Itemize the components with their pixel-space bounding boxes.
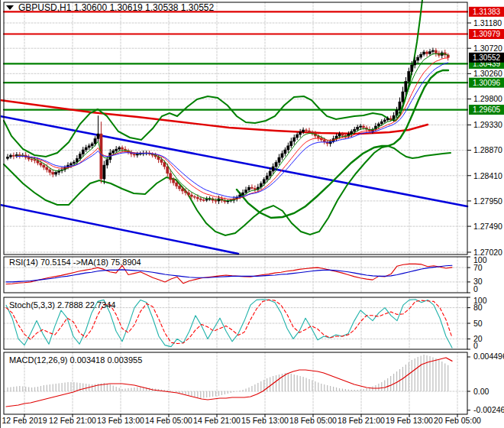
time-tick: 12 Feb 2019 [2, 416, 47, 425]
price-tick: 1.28870 [473, 145, 502, 154]
sub-panels [6, 264, 452, 407]
support-resistance-lines[interactable] [4, 11, 467, 109]
time-tick: 18 Feb 21:00 [338, 416, 385, 425]
time-tick: 18 Feb 05:00 [289, 416, 337, 425]
chart-canvas[interactable]: 1.311801.307201.302601.298001.293301.288… [0, 0, 504, 428]
scale-tick: 0.00 [473, 387, 489, 396]
rsi-line [6, 264, 452, 284]
trendline-channel-lower[interactable] [0, 205, 238, 254]
scale-tick: 0.004496 [473, 352, 504, 361]
time-tick: 15 Feb 13:00 [241, 416, 289, 425]
time-tick: 13 Feb 13:00 [97, 416, 144, 425]
price-badge-label: 1.30979 [473, 30, 501, 38]
price-tick: 1.29330 [473, 120, 502, 129]
trendline-channel-upper[interactable] [0, 116, 467, 206]
chart-title-ohlc: GBPUSD,H1 1.30600 1.30619 1.30538 1.3055… [18, 2, 215, 13]
price-badge-label: 1.29605 [473, 105, 501, 114]
scale-tick: 80 [473, 303, 483, 312]
macd-label: MACD(12,26,9) 0.003418 0.003955 [9, 355, 142, 365]
scale-tick: 0 [473, 284, 478, 293]
time-tick: 14 Feb 21:00 [193, 416, 241, 425]
price-badge-label: 1.30096 [473, 79, 501, 87]
time-tick: 14 Feb 05:00 [145, 416, 192, 425]
price-tick: 1.27950 [473, 196, 502, 206]
scale-tick: 70 [473, 263, 483, 272]
price-badge-label: 1.31383 [473, 8, 501, 16]
stoch-label: Stoch(5,3,3) 2.7888 22.7344 [9, 300, 115, 310]
rsi-label: RSI(14) 70.5154 ->MA(18) 75.8904 [9, 258, 141, 267]
macd-signal-line [6, 358, 452, 407]
price-tick: 1.30260 [473, 69, 502, 78]
time-axis[interactable]: 12 Feb 201912 Feb 21:0013 Feb 13:0014 Fe… [2, 414, 482, 425]
time-tick: 19 Feb 13:00 [386, 416, 433, 425]
time-tick: 20 Feb 05:00 [434, 416, 481, 425]
symbol-dropdown-icon[interactable] [6, 5, 14, 10]
price-axis[interactable]: 1.311801.307201.302601.298001.293301.288… [467, 7, 504, 414]
scale-tick: 0 [473, 341, 478, 350]
scale-tick: -0.002468 [473, 405, 504, 414]
price-tick: 1.28410 [473, 171, 502, 180]
time-tick: 12 Feb 21:00 [49, 416, 96, 425]
rsi-ma-line [6, 265, 452, 282]
price-tick: 1.31180 [473, 18, 502, 28]
chart-window: 1.311801.307201.302601.298001.293301.288… [0, 0, 504, 428]
price-tick: 1.27490 [473, 222, 502, 231]
price-tick: 1.29800 [473, 94, 502, 103]
scale-tick: 50 [473, 319, 483, 328]
price-badge-label: 1.30552 [473, 54, 501, 62]
price-tick: 1.30720 [473, 44, 502, 53]
